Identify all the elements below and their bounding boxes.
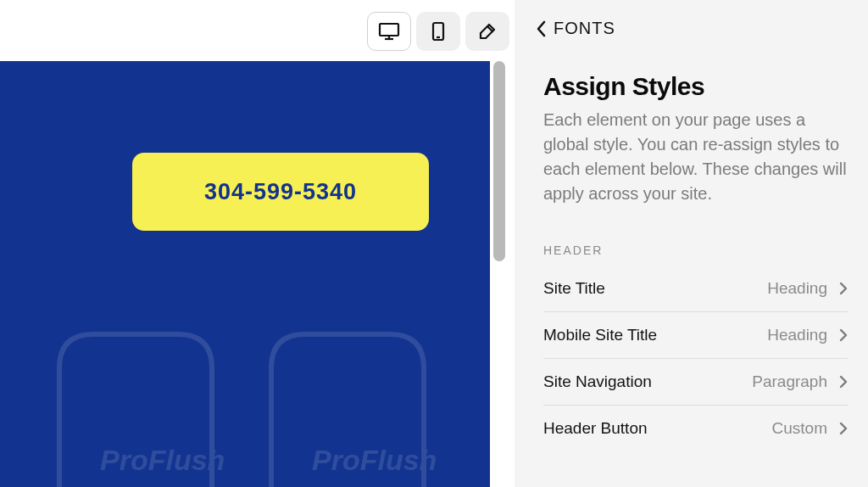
row-site-title[interactable]: Site Title Heading [543, 266, 848, 312]
site-preview-canvas[interactable]: 304-599-5340 ProFlush ProFlush [0, 61, 490, 487]
panel-back-button[interactable]: FONTS [515, 0, 868, 47]
preview-scrollbar-thumb[interactable] [493, 61, 505, 261]
phone-cta-button[interactable]: 304-599-5340 [132, 153, 429, 231]
chevron-left-icon [535, 20, 548, 38]
chevron-right-icon [839, 282, 848, 295]
row-label: Site Navigation [543, 372, 652, 391]
svg-text:ProFlush: ProFlush [312, 444, 437, 476]
row-site-navigation[interactable]: Site Navigation Paragraph [543, 359, 848, 406]
svg-text:ProFlush: ProFlush [100, 444, 225, 476]
preview-scrollbar[interactable] [493, 61, 507, 282]
panel-back-label: FONTS [554, 19, 615, 38]
mobile-icon [431, 21, 445, 42]
device-toolbar [367, 12, 509, 51]
chevron-right-icon [839, 328, 848, 342]
row-right: Paragraph [752, 372, 848, 391]
styles-brush-button[interactable] [465, 12, 509, 51]
row-right: Heading [767, 326, 848, 344]
row-label: Site Title [543, 279, 605, 298]
row-value: Custom [772, 419, 827, 438]
row-label: Header Button [543, 419, 648, 438]
row-value: Heading [767, 326, 827, 344]
preview-pane: 304-599-5340 ProFlush ProFlush [0, 0, 515, 487]
row-value: Paragraph [752, 372, 827, 391]
panel-title: Assign Styles [543, 72, 848, 101]
background-watermark: ProFlush ProFlush [0, 300, 490, 487]
phone-cta-label: 304-599-5340 [204, 179, 357, 205]
row-right: Custom [772, 419, 848, 438]
mobile-view-button[interactable] [416, 12, 460, 51]
row-mobile-site-title[interactable]: Mobile Site Title Heading [543, 312, 848, 359]
row-header-button[interactable]: Header Button Custom [543, 406, 848, 451]
row-label: Mobile Site Title [543, 326, 657, 344]
row-right: Heading [767, 279, 848, 298]
panel-description: Each element on your page uses a global … [543, 108, 848, 206]
canvas-container: 304-599-5340 ProFlush ProFlush [0, 61, 515, 487]
svg-rect-0 [380, 24, 398, 36]
section-label-header: HEADER [543, 244, 848, 257]
chevron-right-icon [839, 422, 848, 435]
panel-body: Assign Styles Each element on your page … [515, 47, 868, 451]
desktop-view-button[interactable] [367, 12, 411, 51]
styles-panel: FONTS Assign Styles Each element on your… [515, 0, 868, 487]
chevron-right-icon [839, 375, 848, 389]
row-value: Heading [767, 279, 827, 298]
desktop-icon [378, 22, 400, 41]
brush-icon [477, 21, 498, 42]
